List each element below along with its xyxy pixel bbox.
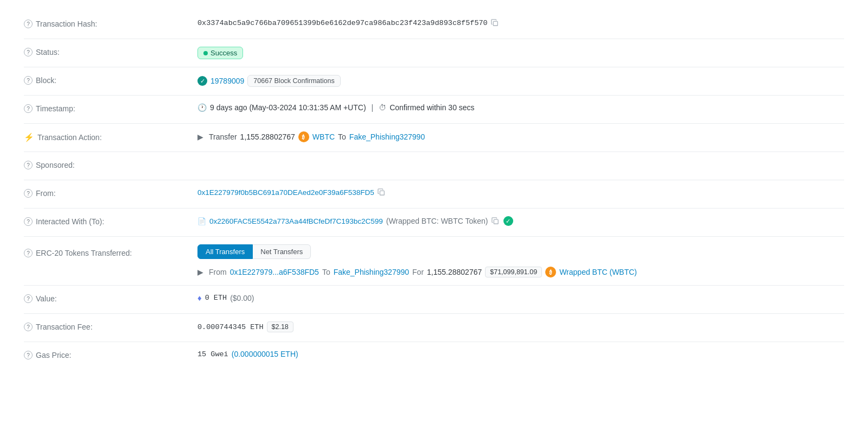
gas-label: Gas Price: [36,351,71,359]
timestamp-text: 9 days ago (May-03-2024 10:31:35 AM +UTC… [210,103,366,112]
interacted-value-col: 📄 0x2260FAC5E5542a773Aa44fBCfeDf7C193bc2… [197,216,844,226]
transfer-from-link[interactable]: 0x1E227979...a6F538FD5 [230,268,319,276]
interacted-name: (Wrapped BTC: WBTC Token) [386,217,488,225]
timestamp-value-col: 🕐 9 days ago (May-03-2024 10:31:35 AM +U… [197,103,844,112]
status-row: ? Status: Success [24,39,844,67]
timestamp-separator: | [372,103,374,112]
erc20-help-icon[interactable]: ? [24,249,33,257]
svg-rect-1 [380,191,384,195]
value-value-col: ♦ 0 ETH ($0.00) [197,293,844,302]
contract-icon: 📄 [197,217,206,225]
action-arrow-icon: ▶ [197,132,203,141]
block-number-link[interactable]: 19789009 [210,77,244,85]
interacted-label: Interacted With (To): [36,217,104,226]
block-row: ? Block: ✓ 19789009 70667 Block Confirma… [24,67,844,96]
phishing-dest-link[interactable]: Fake_Phishing327990 [349,132,425,141]
value-label-col: ? Value: [24,293,197,303]
wbtc-icon: ₿ [298,131,309,142]
gas-value-col: 15 Gwei (0.000000015 ETH) [197,350,844,358]
transaction-detail: ? Transaction Hash: 0x3374abc5a9c766ba70… [11,0,857,381]
from-value-col: 0x1E227979f0b5BC691a70DEAed2e0F39a6F538F… [197,188,844,197]
svg-rect-2 [494,219,498,224]
transfer-text: Transfer [209,132,237,141]
eth-icon: ♦ [197,293,202,302]
tx-hash-value-col: 0x3374abc5a9c766ba709651399b6e6162de97ca… [197,18,844,27]
sponsored-row: ? Sponsored: [24,152,844,180]
status-badge: Success [197,47,243,59]
status-label: Status: [36,48,60,56]
fee-row: ? Transaction Fee: 0.000744345 ETH $2.18 [24,314,844,342]
erc20-label: ERC-20 Tokens Transferred: [36,249,132,257]
transfer-tabs: All Transfers Net Transfers [197,244,311,259]
gas-eth: (0.000000015 ETH) [232,350,298,358]
status-label-col: ? Status: [24,47,197,56]
from-label-sm: From [209,268,227,276]
tx-hash-help-icon[interactable]: ? [24,20,33,28]
gas-gwei: 15 Gwei [197,350,228,358]
copy-from-icon[interactable] [378,188,386,197]
tx-hash-label: Transaction Hash: [36,20,97,28]
confirmed-clock-icon: ⏱ [379,103,386,112]
tx-hash-label-col: ? Transaction Hash: [24,18,197,28]
from-row: ? From: 0x1E227979f0b5BC691a70DEAed2e0F3… [24,180,844,209]
fee-eth: 0.000744345 ETH [197,323,264,331]
interacted-row: ? Interacted With (To): 📄 0x2260FAC5E554… [24,209,844,237]
fee-usd-badge: $2.18 [267,321,293,332]
tx-action-label: Transaction Action: [37,133,102,142]
tx-action-label-col: ⚡ Transaction Action: [24,131,197,142]
from-help-icon[interactable]: ? [24,189,33,198]
confirmed-text: Confirmed within 30 secs [390,103,474,112]
gas-row: ? Gas Price: 15 Gwei (0.000000015 ETH) [24,342,844,370]
value-help-icon[interactable]: ? [24,294,33,303]
transfer-amount: 1,155.28802767 [240,132,295,141]
erc20-value-col: All Transfers Net Transfers ▶ From 0x1E2… [197,244,844,277]
usd-value: ($0.00) [230,294,254,302]
timestamp-row: ? Timestamp: 🕐 9 days ago (May-03-2024 1… [24,96,844,124]
fee-help-icon[interactable]: ? [24,323,33,331]
for-label-sm: For [412,268,424,276]
interacted-help-icon[interactable]: ? [24,217,33,226]
gas-help-icon[interactable]: ? [24,351,33,359]
tx-hash-value: 0x3374abc5a9c766ba709651399b6e6162de97ca… [197,19,488,27]
tx-action-value-col: ▶ Transfer 1,155.28802767 ₿ WBTC To Fake… [197,131,844,142]
fee-label-col: ? Transaction Fee: [24,321,197,331]
transfer-wbtc-icon: ₿ [545,267,556,277]
status-help-icon[interactable]: ? [24,48,33,56]
transfer-for-amount: 1,155.28802767 [427,268,482,276]
from-address-link[interactable]: 0x1E227979f0b5BC691a70DEAed2e0F39a6F538F… [197,188,374,197]
interacted-label-col: ? Interacted With (To): [24,216,197,226]
sponsored-label: Sponsored: [36,161,75,169]
transfer-to-link[interactable]: Fake_Phishing327990 [334,268,409,276]
success-text: Success [210,49,237,57]
block-value-col: ✓ 19789009 70667 Block Confirmations [197,75,844,87]
timestamp-label: Timestamp: [36,104,75,113]
block-check-icon: ✓ [197,76,207,86]
status-value-col: Success [197,47,844,59]
tab-net-transfers[interactable]: Net Transfers [253,244,311,259]
block-label: Block: [36,76,56,85]
timestamp-help-icon[interactable]: ? [24,104,33,113]
wbtc-token-link[interactable]: WBTC [312,132,335,141]
success-dot [203,51,208,55]
gas-label-col: ? Gas Price: [24,350,197,359]
timestamp-label-col: ? Timestamp: [24,103,197,113]
lightning-icon: ⚡ [24,132,34,142]
sponsored-help-icon[interactable]: ? [24,161,33,169]
tab-all-transfers[interactable]: All Transfers [197,244,253,259]
erc20-transfer-detail: ▶ From 0x1E227979...a6F538FD5 To Fake_Ph… [197,267,844,277]
copy-hash-icon[interactable] [491,18,500,27]
fee-value-col: 0.000744345 ETH $2.18 [197,321,844,332]
erc20-label-col: ? ERC-20 Tokens Transferred: [24,244,197,257]
interacted-address-link[interactable]: 0x2260FAC5E5542a773Aa44fBCfeDf7C193bc2C5… [209,217,383,225]
from-label: From: [36,189,56,198]
tx-action-row: ⚡ Transaction Action: ▶ Transfer 1,155.2… [24,124,844,152]
block-help-icon[interactable]: ? [24,76,33,85]
transfer-token-link[interactable]: Wrapped BTC (WBTC) [559,268,637,276]
to-text: To [338,132,346,141]
timestamp-clock-icon: 🕐 [197,103,207,112]
from-label-col: ? From: [24,188,197,198]
transfer-usd-badge: $71,099,891.09 [485,267,542,277]
transfer-detail-arrow: ▶ [197,268,203,276]
erc20-row: ? ERC-20 Tokens Transferred: All Transfe… [24,237,844,286]
copy-interacted-icon[interactable] [492,217,500,225]
